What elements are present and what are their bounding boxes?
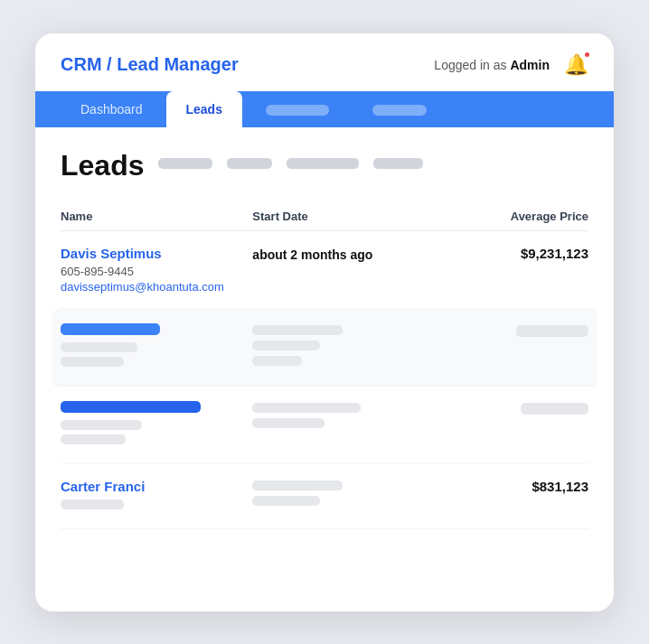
page-title: Leads [61, 149, 144, 182]
table-row[interactable] [61, 387, 588, 464]
ph-carter-date-2 [252, 496, 320, 506]
app-window: CRM / Lead Manager Logged in as Admin 🔔 … [35, 33, 614, 611]
title-ph-2 [227, 158, 272, 169]
ph-phone [61, 342, 137, 352]
logged-in-label: Logged in as Admin [434, 58, 550, 72]
ph-email [61, 357, 124, 367]
ph-carter-phone [61, 499, 124, 509]
ph-date-col [252, 323, 444, 370]
col-avg-price: Average Price [445, 210, 588, 223]
main-content: Leads Name Start Date Average Price Davi… [35, 127, 614, 611]
title-ph-3 [287, 158, 359, 169]
header-right: Logged in as Admin 🔔 [434, 53, 588, 77]
lead-name[interactable]: Carter Franci [61, 479, 252, 494]
tab-placeholder-1 [266, 105, 329, 116]
table-row[interactable]: Davis Septimus 605-895-9445 davisseptimu… [61, 231, 588, 309]
lead-start-date: about 2 months ago [252, 246, 444, 262]
table-row[interactable] [52, 309, 597, 387]
ph-date-2 [252, 341, 320, 350]
ph-name [61, 323, 160, 335]
table-row[interactable]: Carter Franci $831,123 [61, 464, 588, 529]
tab-placeholder-2 [372, 105, 427, 116]
tab-leads[interactable]: Leads [166, 91, 242, 127]
col-name: Name [61, 210, 252, 223]
tab-extra-1[interactable] [246, 91, 349, 127]
page-title-row: Leads [61, 149, 588, 182]
ph-price2 [521, 403, 588, 415]
ph-date-1 [252, 325, 343, 335]
ph-price-col2 [445, 401, 588, 419]
ph-phone2 [61, 420, 142, 430]
tab-dashboard[interactable]: Dashboard [61, 91, 163, 127]
header: CRM / Lead Manager Logged in as Admin 🔔 [35, 33, 614, 91]
ph-carter-date-1 [252, 481, 343, 490]
nav-tabs: Dashboard Leads [35, 91, 614, 127]
title-ph-4 [373, 158, 423, 169]
lead-price: $9,231,123 [445, 246, 588, 261]
notification-bell-button[interactable]: 🔔 [564, 53, 588, 77]
app-logo: CRM / Lead Manager [61, 54, 239, 75]
ph-email2 [61, 434, 126, 444]
ph-name2 [61, 401, 201, 413]
ph-price-col [445, 323, 588, 341]
title-ph-1 [158, 158, 212, 169]
lead-email[interactable]: davisseptimus@khoantuta.com [61, 280, 252, 294]
logged-in-user: Admin [510, 58, 550, 72]
ph-date2-2 [252, 418, 324, 428]
tab-extra-2[interactable] [353, 91, 447, 127]
row-lead-info-ph2 [61, 401, 252, 449]
ph-date-col2 [252, 401, 444, 434]
ph-carter-date [252, 479, 444, 510]
notification-badge [583, 51, 591, 59]
row-lead-info3: Carter Franci [61, 479, 252, 514]
ph-date2-1 [252, 403, 361, 413]
lead-price: $831,123 [445, 479, 588, 494]
col-start-date: Start Date [252, 210, 444, 223]
row-lead-info: Davis Septimus 605-895-9445 davisseptimu… [61, 246, 252, 294]
ph-date-3 [252, 356, 302, 366]
lead-phone: 605-895-9445 [61, 265, 252, 278]
row-lead-info-ph [61, 323, 252, 371]
lead-name[interactable]: Davis Septimus [61, 246, 252, 261]
ph-price [516, 325, 588, 337]
table-header: Name Start Date Average Price [61, 202, 588, 231]
